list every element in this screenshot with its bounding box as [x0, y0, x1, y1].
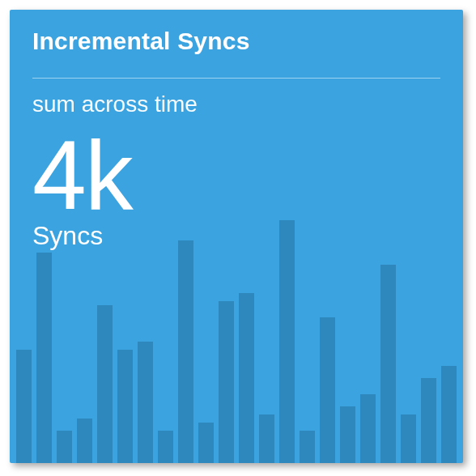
- chart-bar: [77, 419, 92, 463]
- chart-bar: [401, 414, 416, 463]
- bar-chart: [10, 204, 463, 463]
- chart-bar: [340, 406, 355, 463]
- chart-bar: [57, 431, 72, 463]
- chart-bar: [198, 423, 214, 463]
- chart-bar: [279, 220, 295, 463]
- metric-card: Incremental Syncs sum across time 4k Syn…: [10, 10, 463, 463]
- chart-bar: [138, 342, 153, 463]
- chart-bar: [380, 265, 396, 463]
- chart-bar: [158, 431, 173, 463]
- chart-bar: [36, 253, 52, 463]
- chart-bar: [360, 394, 376, 463]
- chart-bar: [300, 431, 315, 463]
- chart-bar: [259, 414, 274, 463]
- card-subtitle: sum across time: [10, 79, 463, 117]
- card-header: Incremental Syncs: [10, 10, 463, 66]
- chart-bar: [117, 350, 133, 463]
- card-title: Incremental Syncs: [32, 28, 440, 55]
- chart-bar: [421, 378, 436, 463]
- chart-bar: [239, 293, 254, 463]
- chart-bar: [219, 301, 234, 463]
- chart-bar: [16, 350, 32, 463]
- chart-bar: [320, 317, 335, 463]
- chart-bar: [178, 240, 193, 463]
- chart-bar: [441, 366, 457, 463]
- chart-bar: [97, 305, 113, 463]
